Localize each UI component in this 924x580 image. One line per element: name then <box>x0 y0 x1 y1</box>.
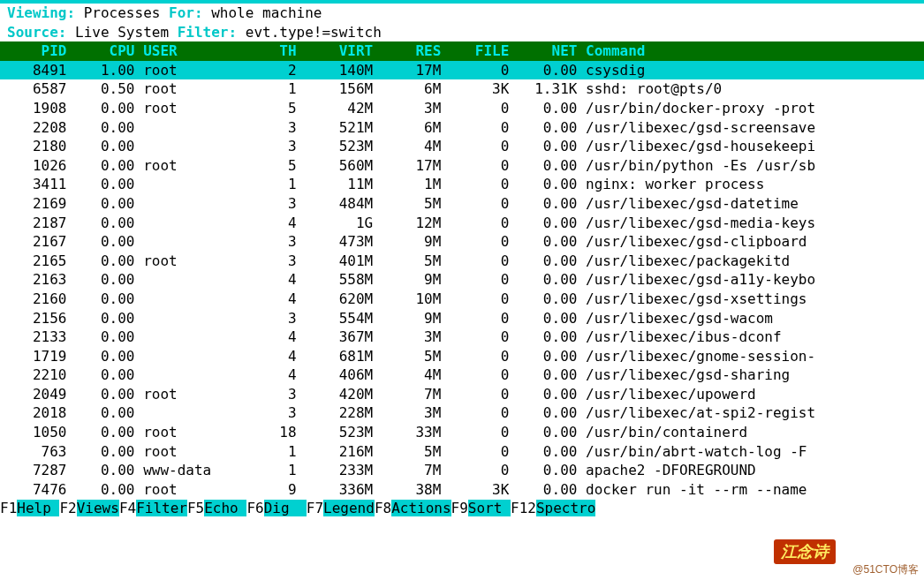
fkey-label-f12[interactable]: Spectro <box>536 500 595 516</box>
terminal-screen: { "info1": { "label_viewing": "Viewing:"… <box>0 0 924 580</box>
filter-value: evt.type!=switch <box>237 24 382 41</box>
fkey-label-f5[interactable]: Echo <box>204 500 246 516</box>
source-label: Source: <box>7 24 66 41</box>
table-row[interactable]: 2169 0.00 3 484M 5M 0 0.00 /usr/libexec/… <box>0 194 924 214</box>
table-row[interactable]: 6587 0.50 root 1 156M 6M 3K 1.31K sshd: … <box>0 79 924 99</box>
source-value: Live System <box>66 24 177 41</box>
table-row[interactable]: 2163 0.00 4 558M 9M 0 0.00 /usr/libexec/… <box>0 270 924 290</box>
table-row[interactable]: 1026 0.00 root 5 560M 17M 0 0.00 /usr/bi… <box>0 156 924 176</box>
fkey-f7: F7 <box>307 500 323 516</box>
table-row[interactable]: 1908 0.00 root 5 42M 3M 0 0.00 /usr/bin/… <box>0 99 924 118</box>
for-value: whole machine <box>203 4 322 21</box>
table-row[interactable]: 2133 0.00 4 367M 3M 0 0.00 /usr/libexec/… <box>0 328 924 347</box>
fkey-label-f2[interactable]: Views <box>77 500 119 516</box>
fkey-label-f1[interactable]: Help <box>17 500 59 516</box>
fkey-f2: F2 <box>59 500 76 516</box>
fkey-f5: F5 <box>187 500 204 516</box>
fkey-f1: F1 <box>0 500 17 516</box>
table-row[interactable]: 2018 0.00 3 228M 3M 0 0.00 /usr/libexec/… <box>0 403 924 423</box>
watermark-badge: 江念诗 <box>774 539 836 564</box>
info-line-viewing: Viewing: Processes For: whole machine <box>0 4 924 23</box>
table-row[interactable]: 1719 0.00 4 681M 5M 0 0.00 /usr/libexec/… <box>0 347 924 366</box>
fkey-f12: F12 <box>511 500 536 516</box>
table-row[interactable]: 7287 0.00 www-data 1 233M 7M 0 0.00 apac… <box>0 461 924 480</box>
filter-label: Filter: <box>178 24 237 41</box>
fkey-f9: F9 <box>451 500 468 516</box>
fkey-label-f9[interactable]: Sort <box>468 500 511 516</box>
table-row[interactable]: 1050 0.00 root 18 523M 33M 0 0.00 /usr/b… <box>0 423 924 442</box>
table-row[interactable]: 2210 0.00 4 406M 4M 0 0.00 /usr/libexec/… <box>0 365 924 385</box>
table-row[interactable]: 2167 0.00 3 473M 9M 0 0.00 /usr/libexec/… <box>0 232 924 252</box>
table-row[interactable]: 2180 0.00 3 523M 4M 0 0.00 /usr/libexec/… <box>0 137 924 156</box>
fkey-f6: F6 <box>246 500 263 516</box>
for-label: For: <box>169 4 203 21</box>
table-header[interactable]: PID CPU USER TH VIRT RES FILE NET Comman… <box>0 41 924 61</box>
table-row[interactable]: 2160 0.00 4 620M 10M 0 0.00 /usr/libexec… <box>0 290 924 309</box>
table-row[interactable]: 2165 0.00 root 3 401M 5M 0 0.00 /usr/lib… <box>0 252 924 271</box>
viewing-value: Processes <box>75 4 169 21</box>
table-row[interactable]: 8491 1.00 root 2 140M 17M 0 0.00 csysdig <box>0 61 924 80</box>
watermark-text: @51CTO博客 <box>852 562 919 576</box>
table-row[interactable]: 763 0.00 root 1 216M 5M 0 0.00 /usr/bin/… <box>0 442 924 462</box>
fkey-f4: F4 <box>119 500 136 516</box>
function-key-bar: F1Help F2ViewsF4FilterF5Echo F6Dig F7Leg… <box>0 499 924 518</box>
viewing-label: Viewing: <box>7 4 75 21</box>
fkey-label-f7[interactable]: Legend <box>323 500 375 516</box>
table-row[interactable]: 7476 0.00 root 9 336M 38M 3K 0.00 docker… <box>0 480 924 500</box>
table-row[interactable]: 2187 0.00 4 1G 12M 0 0.00 /usr/libexec/g… <box>0 214 924 233</box>
fkey-f8: F8 <box>375 500 391 516</box>
table-row[interactable]: 2156 0.00 3 554M 9M 0 0.00 /usr/libexec/… <box>0 309 924 328</box>
fkey-label-f8[interactable]: Actions <box>391 500 451 516</box>
info-line-source: Source: Live System Filter: evt.type!=sw… <box>0 23 924 42</box>
table-row[interactable]: 3411 0.00 1 11M 1M 0 0.00 nginx: worker … <box>0 175 924 194</box>
table-row[interactable]: 2208 0.00 3 521M 6M 0 0.00 /usr/libexec/… <box>0 118 924 138</box>
process-table-body[interactable]: 8491 1.00 root 2 140M 17M 0 0.00 csysdig… <box>0 61 924 500</box>
table-row[interactable]: 2049 0.00 root 3 420M 7M 0 0.00 /usr/lib… <box>0 385 924 404</box>
fkey-label-f4[interactable]: Filter <box>136 500 187 516</box>
fkey-label-f6[interactable]: Dig <box>264 500 307 516</box>
